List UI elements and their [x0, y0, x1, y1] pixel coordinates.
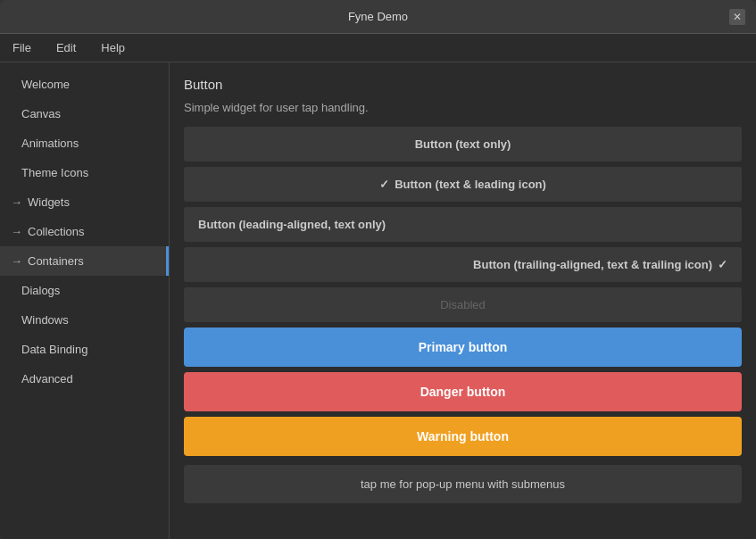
arrow-icon-widgets: →	[11, 195, 22, 209]
sidebar-item-windows[interactable]: Windows	[0, 305, 169, 335]
sidebar-item-animations[interactable]: Animations	[0, 129, 169, 158]
sidebar-item-canvas[interactable]: Canvas	[0, 99, 169, 129]
sidebar-label-data-binding: Data Binding	[21, 343, 87, 356]
danger-button[interactable]: Danger button	[184, 372, 742, 411]
sidebar-item-dialogs[interactable]: Dialogs	[0, 276, 169, 305]
sidebar-item-theme-icons[interactable]: Theme Icons	[0, 158, 169, 187]
button-trailing-aligned-row[interactable]: Button (trailing-aligned, text & trailin…	[184, 247, 742, 282]
primary-button[interactable]: Primary button	[184, 328, 742, 367]
sidebar-label-canvas: Canvas	[21, 107, 61, 120]
warning-button[interactable]: Warning button	[184, 417, 742, 456]
sidebar-item-advanced[interactable]: Advanced	[0, 364, 169, 394]
menu-bar: File Edit Help	[0, 34, 756, 62]
sidebar-item-containers[interactable]: → Containers	[0, 246, 169, 276]
popup-button[interactable]: tap me for pop-up menu with submenus	[184, 465, 742, 503]
sidebar-label-theme-icons: Theme Icons	[21, 166, 88, 179]
menu-file[interactable]: File	[7, 37, 37, 58]
check-icon-leading: ✓	[379, 178, 389, 191]
app-window: Fyne Demo ✕ File Edit Help Welcome Canva…	[0, 0, 756, 539]
check-icon-trailing: ✓	[718, 258, 727, 271]
button-disabled-label: Disabled	[440, 298, 486, 311]
sidebar-label-collections: Collections	[28, 225, 85, 238]
arrow-icon-containers: →	[11, 254, 22, 268]
page-title: Button	[184, 77, 742, 92]
button-text-leading-row[interactable]: ✓ Button (text & leading icon)	[184, 167, 742, 202]
button-trailing-aligned-label: Button (trailing-aligned, text & trailin…	[473, 258, 712, 271]
menu-edit[interactable]: Edit	[51, 37, 81, 58]
close-button[interactable]: ✕	[729, 9, 745, 25]
sidebar-label-dialogs: Dialogs	[21, 284, 60, 297]
button-text-leading-label: Button (text & leading icon)	[395, 178, 546, 191]
title-bar: Fyne Demo ✕	[0, 0, 756, 34]
content-area: Welcome Canvas Animations Theme Icons → …	[0, 62, 756, 539]
button-text-only-row[interactable]: Button (text only)	[184, 127, 742, 162]
sidebar-label-advanced: Advanced	[21, 372, 73, 386]
button-leading-aligned-label: Button (leading-aligned, text only)	[198, 218, 386, 231]
sidebar-label-containers: Containers	[28, 254, 84, 268]
sidebar-item-data-binding[interactable]: Data Binding	[0, 335, 169, 364]
window-title: Fyne Demo	[348, 10, 408, 23]
arrow-icon-collections: →	[11, 225, 22, 238]
main-panel: Button Simple widget for user tap handli…	[170, 62, 756, 539]
sidebar-item-welcome[interactable]: Welcome	[0, 70, 169, 99]
sidebar-item-collections[interactable]: → Collections	[0, 217, 169, 246]
sidebar-item-widgets[interactable]: → Widgets	[0, 187, 169, 217]
button-leading-aligned-row[interactable]: Button (leading-aligned, text only)	[184, 207, 742, 242]
page-description: Simple widget for user tap handling.	[184, 101, 742, 114]
sidebar: Welcome Canvas Animations Theme Icons → …	[0, 62, 170, 539]
menu-help[interactable]: Help	[96, 37, 130, 58]
button-disabled-row: Disabled	[184, 287, 742, 322]
sidebar-label-widgets: Widgets	[28, 195, 70, 209]
button-text-only-label: Button (text only)	[415, 137, 511, 151]
sidebar-label-welcome: Welcome	[21, 78, 70, 91]
sidebar-label-windows: Windows	[21, 313, 69, 327]
sidebar-label-animations: Animations	[21, 137, 79, 150]
